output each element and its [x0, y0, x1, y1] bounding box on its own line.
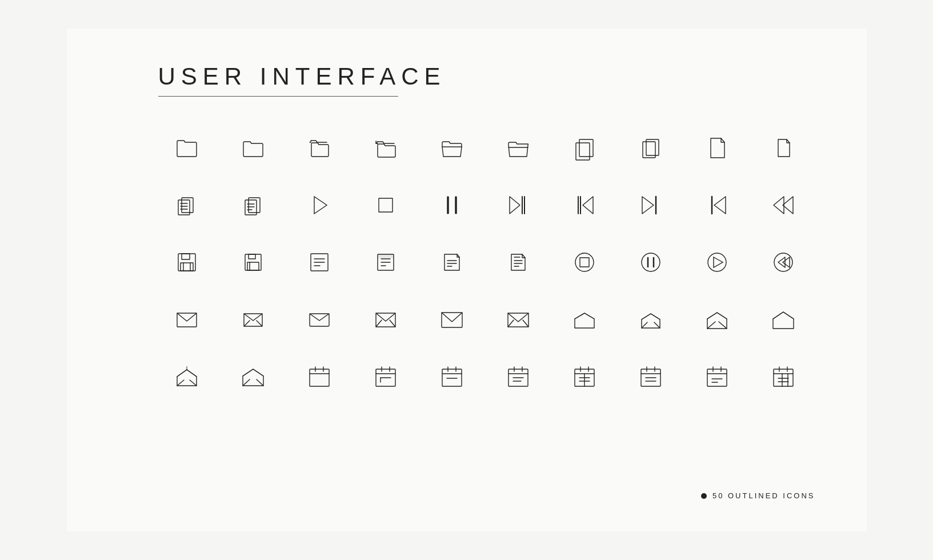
- svg-rect-97: [442, 369, 462, 386]
- files-copy-2-icon: [225, 182, 282, 228]
- svg-line-68: [244, 321, 250, 326]
- skip-back-icon: [556, 182, 613, 228]
- title-section: USER INTERFACE: [158, 63, 821, 97]
- svg-marker-62: [714, 257, 723, 267]
- mail-1-icon: [158, 297, 215, 342]
- svg-line-76: [508, 320, 514, 327]
- circle-stop-icon: [556, 239, 613, 285]
- calendar-5-icon: [556, 354, 613, 399]
- svg-line-81: [719, 322, 727, 329]
- svg-line-82: [177, 380, 184, 386]
- svg-marker-15: [314, 197, 327, 214]
- svg-rect-48: [378, 254, 394, 258]
- folder-1-icon: [158, 125, 215, 171]
- svg-marker-64: [778, 257, 785, 267]
- icon-grid: [158, 125, 821, 399]
- circle-rewind-icon: [755, 239, 812, 285]
- stop-icon: [357, 182, 414, 228]
- svg-marker-19: [510, 197, 520, 214]
- skip-forward-icon: [490, 182, 547, 228]
- calendar-4-icon: [490, 354, 547, 399]
- svg-point-58: [642, 253, 660, 271]
- mail-open-1-icon: [556, 297, 613, 342]
- svg-rect-57: [580, 258, 589, 267]
- title-underline: [158, 96, 398, 97]
- calendar-2-icon: [357, 354, 414, 399]
- svg-rect-33: [181, 263, 193, 271]
- main-card: USER INTERFACE: [67, 29, 867, 531]
- svg-rect-121: [707, 369, 727, 386]
- svg-line-72: [376, 320, 382, 327]
- folder-open-1-icon: [423, 125, 480, 171]
- svg-line-69: [257, 321, 262, 326]
- svg-rect-1: [579, 139, 593, 157]
- svg-marker-65: [783, 257, 790, 267]
- svg-rect-2: [576, 143, 590, 160]
- doc-list-2-icon: [357, 239, 414, 285]
- doc-list-4-icon: [490, 239, 547, 285]
- mail-open-3-icon: [688, 297, 746, 342]
- circle-play-icon: [688, 239, 746, 285]
- badge-dot: [701, 493, 707, 499]
- rewind-icon: [755, 182, 812, 228]
- svg-line-78: [642, 322, 647, 328]
- mail-5-icon: [423, 297, 480, 342]
- doc-list-1-icon: [291, 239, 348, 285]
- file-2-icon: [755, 125, 812, 171]
- mail-open-2-icon: [622, 297, 679, 342]
- svg-rect-38: [247, 262, 259, 270]
- file-1-icon: [688, 125, 746, 171]
- badge-label: 50 OUTLINED ICONS: [712, 491, 815, 500]
- doc-list-3-icon: [423, 239, 480, 285]
- svg-rect-87: [310, 369, 329, 386]
- svg-marker-22: [583, 197, 593, 214]
- page-title: USER INTERFACE: [158, 63, 821, 90]
- folder-stack-1-icon: [291, 125, 348, 171]
- folder-stack-2-icon: [357, 125, 414, 171]
- svg-rect-32: [182, 254, 190, 259]
- step-forward-icon: [622, 182, 679, 228]
- svg-line-80: [707, 322, 715, 329]
- mail-open-4-icon: [755, 297, 812, 342]
- calendar-3-icon: [423, 354, 480, 399]
- svg-line-77: [523, 320, 528, 327]
- svg-marker-25: [642, 197, 654, 214]
- calendar-1-icon: [291, 354, 348, 399]
- mail-2-icon: [225, 297, 282, 342]
- calendar-6-icon: [622, 354, 679, 399]
- svg-rect-16: [379, 198, 393, 212]
- svg-line-85: [243, 379, 250, 386]
- copy-files-1-icon: [556, 125, 613, 171]
- folder-open-2-icon: [490, 125, 547, 171]
- footer-badge: 50 OUTLINED ICONS: [701, 491, 815, 500]
- svg-rect-37: [249, 254, 255, 259]
- folder-2-icon: [225, 125, 282, 171]
- copy-files-2-icon: [622, 125, 679, 171]
- floppy-1-icon: [158, 239, 215, 285]
- mail-3-icon: [291, 297, 348, 342]
- svg-line-83: [190, 380, 197, 386]
- mail-4-icon: [357, 297, 414, 342]
- play-icon: [291, 182, 348, 228]
- svg-line-73: [390, 320, 395, 327]
- calendar-8-icon: [755, 354, 812, 399]
- svg-marker-27: [714, 197, 726, 214]
- calendar-7-icon: [688, 354, 746, 399]
- circle-pause-icon: [622, 239, 679, 285]
- mail-open-5-icon: [158, 354, 215, 399]
- files-copy-1-icon: [158, 182, 215, 228]
- svg-line-86: [257, 379, 263, 386]
- svg-rect-127: [774, 369, 793, 386]
- step-back-icon: [688, 182, 746, 228]
- mail-open-6-icon: [225, 354, 282, 399]
- svg-line-79: [654, 322, 660, 328]
- mail-6-icon: [490, 297, 547, 342]
- pause-icon: [423, 182, 480, 228]
- svg-point-56: [575, 253, 594, 271]
- floppy-2-icon: [225, 239, 282, 285]
